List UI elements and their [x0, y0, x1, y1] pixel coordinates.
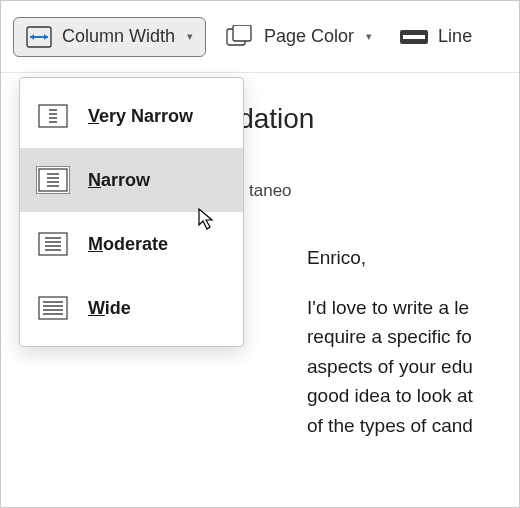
document-greeting: Enrico,: [307, 247, 519, 269]
column-width-button[interactable]: Column Width ▾: [13, 17, 206, 57]
svg-rect-18: [39, 233, 67, 255]
svg-rect-5: [233, 25, 251, 41]
column-width-icon: [26, 26, 52, 48]
svg-rect-7: [403, 35, 425, 39]
menu-label: Narrow: [88, 170, 150, 191]
chevron-down-icon: ▾: [366, 30, 372, 43]
page-color-button[interactable]: Page Color ▾: [218, 19, 380, 55]
page-color-icon: [226, 25, 254, 49]
menu-item-narrow[interactable]: Narrow: [20, 148, 243, 212]
column-width-menu: Very Narrow Narrow: [19, 77, 244, 347]
chevron-down-icon: ▾: [187, 30, 193, 43]
line-label: Line: [438, 26, 472, 47]
menu-label: Wide: [88, 298, 131, 319]
narrow-icon: [36, 166, 70, 194]
svg-rect-13: [39, 169, 67, 191]
menu-label: Moderate: [88, 234, 168, 255]
wide-icon: [36, 294, 70, 322]
document-title: endation: [207, 103, 519, 135]
menu-item-wide[interactable]: Wide: [20, 276, 243, 340]
page-color-label: Page Color: [264, 26, 354, 47]
svg-marker-2: [30, 34, 34, 40]
document-body: I'd love to write a le require a specifi…: [307, 293, 519, 440]
menu-label: Very Narrow: [88, 106, 193, 127]
line-button[interactable]: Line: [392, 20, 480, 53]
moderate-icon: [36, 230, 70, 258]
menu-item-moderate[interactable]: Moderate: [20, 212, 243, 276]
very-narrow-icon: [36, 102, 70, 130]
menu-item-very-narrow[interactable]: Very Narrow: [20, 84, 243, 148]
column-width-label: Column Width: [62, 26, 175, 47]
line-icon: [400, 27, 428, 47]
toolbar: Column Width ▾ Page Color ▾ Line: [1, 1, 519, 73]
svg-rect-23: [39, 297, 67, 319]
svg-rect-8: [39, 105, 67, 127]
document-from: taneo: [249, 181, 519, 201]
svg-marker-3: [44, 34, 48, 40]
